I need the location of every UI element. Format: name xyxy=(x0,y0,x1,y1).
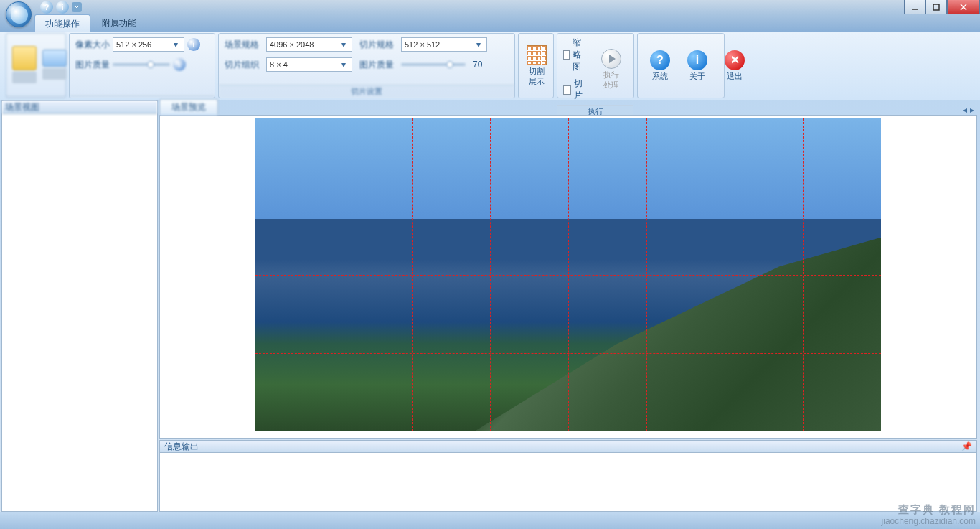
nav-left-icon[interactable]: ◂ xyxy=(963,105,967,115)
maximize-button[interactable] xyxy=(925,0,947,14)
help-qat-icon[interactable]: ? xyxy=(40,1,53,14)
quality-value: 70 xyxy=(473,60,482,70)
ribbon-tab-strip: 功能操作 附属功能 xyxy=(0,14,980,32)
question-icon: ? xyxy=(650,50,670,70)
document-tab[interactable]: 场景预览 xyxy=(159,99,218,115)
execute-button[interactable]: 执行 处理 xyxy=(595,45,628,93)
output-panel: 信息输出 📌 xyxy=(159,440,977,512)
info-qat-icon[interactable]: i xyxy=(56,1,69,14)
svg-rect-1 xyxy=(933,4,939,10)
left-panel: 场景视图 xyxy=(1,100,158,512)
slice-checkbox[interactable]: 切片 xyxy=(563,78,588,102)
close-button[interactable] xyxy=(947,0,980,14)
system-button[interactable]: ?系统 xyxy=(644,47,677,85)
play-icon xyxy=(601,49,621,69)
ribbon: 像素大小 512 × 256▾ i 图片质量 i 场景规格 4096 × 204… xyxy=(0,32,980,100)
quick-access-toolbar: ? i xyxy=(40,1,82,14)
group-label-1 xyxy=(6,95,65,98)
ribbon-group-size: 像素大小 512 × 256▾ i 图片质量 i xyxy=(69,33,215,98)
info-icon[interactable]: i xyxy=(187,38,200,51)
group-label-3: 切片设置 xyxy=(219,85,514,98)
tab-secondary[interactable]: 附属功能 xyxy=(92,14,146,32)
group-label-2 xyxy=(70,95,215,98)
qat-dropdown[interactable] xyxy=(72,2,82,12)
status-bar xyxy=(0,512,980,529)
quality2-slider[interactable] xyxy=(401,63,466,66)
ribbon-group-execute: 缩略图 切片 执行 处理 执行 xyxy=(557,33,634,98)
quality2-label: 图片质量 xyxy=(359,59,394,71)
size-label: 像素大小 xyxy=(75,39,110,51)
chevron-down-icon[interactable]: ▾ xyxy=(473,39,484,50)
quality-label: 图片质量 xyxy=(75,59,110,71)
right-area: 场景预览 ◂ ▸ xyxy=(159,100,977,512)
ribbon-group-system: ?系统 i关于 ✕退出 xyxy=(637,33,725,98)
cut-display-button[interactable]: 切割 展示 xyxy=(520,42,553,89)
tilegrid-label: 切片组织 xyxy=(225,59,259,71)
document-tabs: 场景预览 ◂ ▸ xyxy=(159,100,977,115)
size-combo[interactable]: 512 × 256▾ xyxy=(113,37,184,52)
chevron-down-icon[interactable]: ▾ xyxy=(171,39,181,50)
tab-main[interactable]: 功能操作 xyxy=(34,14,90,32)
close-circle-icon: ✕ xyxy=(725,50,745,70)
folder-icon[interactable] xyxy=(12,46,37,70)
chevron-down-icon[interactable]: ▾ xyxy=(339,39,349,50)
doc-icon[interactable] xyxy=(42,50,67,67)
main-area: 场景视图 场景预览 ◂ ▸ xyxy=(0,100,980,512)
nav-right-icon[interactable]: ▸ xyxy=(970,105,974,115)
scene-label: 场景规格 xyxy=(225,39,259,51)
scene-combo[interactable]: 4096 × 2048▾ xyxy=(266,37,352,52)
output-header: 信息输出 📌 xyxy=(159,440,977,453)
tilegrid-combo[interactable]: 8 × 4▾ xyxy=(266,57,352,72)
output-body xyxy=(159,453,977,512)
quality-slider[interactable] xyxy=(113,63,170,66)
tab-nav-arrows: ◂ ▸ xyxy=(963,105,974,115)
pin-icon[interactable]: 📌 xyxy=(961,441,972,451)
tile-label: 切片规格 xyxy=(359,39,394,51)
image-preview xyxy=(255,118,881,431)
chevron-down-icon[interactable]: ▾ xyxy=(339,60,349,70)
ribbon-group-file xyxy=(6,33,66,98)
ribbon-group-tile: 场景规格 4096 × 2048▾ 切片规格 512 × 512▾ 切片组织 8… xyxy=(218,33,515,98)
info-circle-icon: i xyxy=(687,50,707,70)
about-button[interactable]: i关于 xyxy=(681,47,714,85)
info-icon-2[interactable]: i xyxy=(173,58,186,71)
watermark: 查字典 教程网 jiaocheng.chazidian.com xyxy=(882,503,976,526)
window-controls xyxy=(904,0,980,14)
canvas[interactable] xyxy=(159,115,977,439)
title-bar: ? i xyxy=(0,0,980,14)
tile-combo[interactable]: 512 × 512▾ xyxy=(401,37,487,52)
grid-icon xyxy=(527,45,547,65)
app-orb-button[interactable] xyxy=(6,1,32,27)
doc-sub-icon[interactable] xyxy=(42,68,67,80)
thumbnail-checkbox[interactable]: 缩略图 xyxy=(563,37,588,73)
left-panel-header: 场景视图 xyxy=(2,101,157,114)
tile-grid-overlay xyxy=(255,118,881,431)
minimize-button[interactable] xyxy=(904,0,925,14)
left-panel-body xyxy=(2,114,157,511)
exit-button[interactable]: ✕退出 xyxy=(718,47,751,85)
ribbon-group-cut: 切割 展示 xyxy=(518,33,554,98)
file-sub-icon[interactable] xyxy=(12,72,37,83)
